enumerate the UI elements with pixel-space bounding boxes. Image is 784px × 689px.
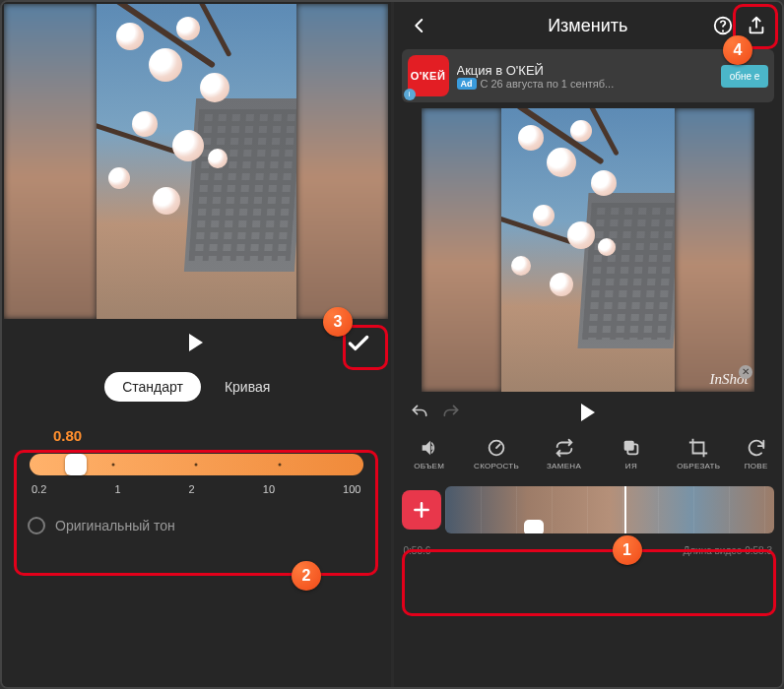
original-tone-toggle[interactable]: Оригинальный тон (28, 517, 391, 534)
undo-button[interactable] (410, 403, 429, 422)
footer-status: 0:50.6 Длина видео 0:58.3 (394, 539, 783, 560)
add-clip-button[interactable] (402, 490, 441, 530)
page-title: Изменить (548, 16, 627, 36)
toolbar: ОБЪЕМ СКОРОСТЬ ЗАМЕНА ИЯ ОБРЕЗАТЬ ПОВЕ (394, 433, 783, 472)
watermark[interactable]: InShot ✕ (710, 371, 749, 388)
video-length: Длина видео 0:58.3 (684, 545, 773, 556)
svg-rect-3 (624, 441, 634, 451)
ad-banner[interactable]: i О'КЕЙ Акция в О'КЕЙ Ad С 26 августа по… (402, 49, 775, 102)
play-button[interactable] (187, 333, 205, 352)
clip-handle[interactable] (524, 520, 544, 533)
back-button[interactable] (404, 10, 435, 41)
tool-copy[interactable]: ИЯ (602, 437, 661, 470)
clip-strip[interactable] (445, 486, 775, 533)
ad-title: Акция в О'КЕЙ (457, 63, 722, 78)
speed-ticks: 0.2 1 2 10 100 (30, 481, 363, 495)
ad-info-icon[interactable]: i (404, 89, 416, 100)
tool-replace[interactable]: ЗАМЕНА (535, 437, 594, 470)
tab-standard[interactable]: Стандарт (104, 372, 201, 402)
tool-crop[interactable]: ОБРЕЗАТЬ (669, 437, 728, 470)
original-tone-label: Оригинальный тон (55, 518, 175, 533)
help-button[interactable] (707, 10, 739, 41)
speed-value: 0.80 (30, 427, 363, 444)
close-icon[interactable]: ✕ (739, 365, 752, 379)
export-button[interactable] (741, 10, 772, 41)
tool-rotate[interactable]: ПОВЕ (737, 437, 776, 470)
ad-subtitle: С 26 августа по 1 сентяб... (481, 78, 615, 90)
speed-panel: 0.80 0.2 1 2 10 100 (16, 415, 377, 503)
redo-button[interactable] (441, 403, 461, 422)
confirm-button[interactable] (340, 325, 377, 362)
speed-slider[interactable] (30, 454, 363, 475)
current-time: 0:50.6 (404, 545, 431, 556)
speed-slider-knob[interactable] (65, 454, 87, 475)
video-preview[interactable]: InShot ✕ (422, 108, 754, 392)
tool-speed[interactable]: СКОРОСТЬ (467, 437, 526, 470)
speed-tabs: Стандарт Кривая (2, 372, 391, 402)
ad-cta-button[interactable]: обне е (721, 65, 768, 88)
timeline[interactable] (402, 480, 775, 539)
ad-badge: Ad (457, 78, 477, 90)
video-preview[interactable] (4, 4, 388, 319)
tool-volume[interactable]: ОБЪЕМ (400, 437, 459, 470)
tab-curve[interactable]: Кривая (207, 372, 288, 402)
playhead[interactable] (624, 486, 626, 533)
play-button[interactable] (579, 403, 597, 422)
speed-editor-screen: Стандарт Кривая 0.80 0.2 1 2 10 100 Ориг… (2, 2, 391, 687)
radio-unchecked-icon (28, 517, 45, 534)
top-bar: Изменить (394, 2, 783, 49)
main-editor-screen: Изменить i О'КЕЙ Акция в О'КЕЙ Ad С 26 а… (394, 2, 783, 687)
